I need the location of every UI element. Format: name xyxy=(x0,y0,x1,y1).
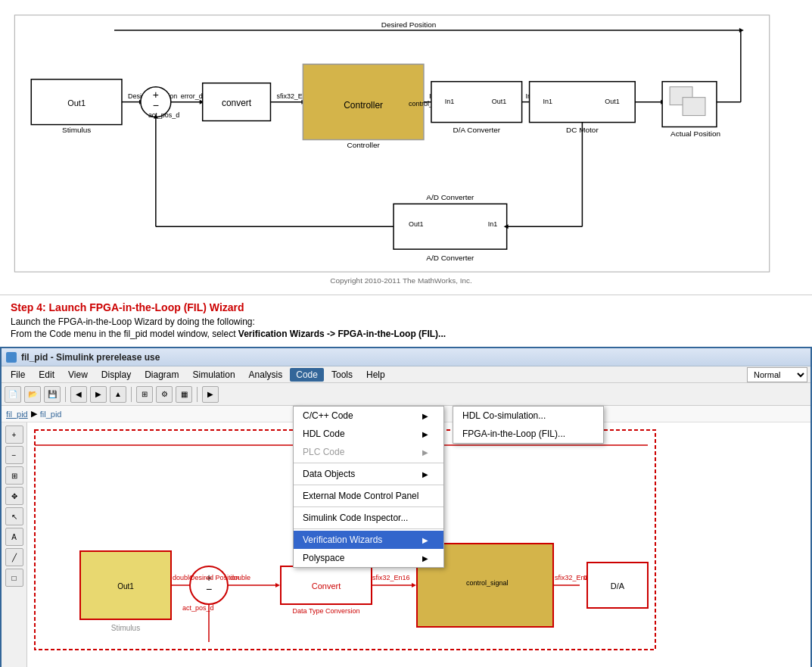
menu-external-mode[interactable]: External Mode Control Panel xyxy=(294,487,443,505)
toolbar-up-btn[interactable]: ▲ xyxy=(110,386,126,403)
toolbar-open-btn[interactable]: 📂 xyxy=(24,386,41,403)
svg-marker-77 xyxy=(275,583,280,588)
menu-help[interactable]: Help xyxy=(360,368,391,382)
toolbar: 📄 📂 💾 ◀ ▶ ▲ ⊞ ⚙ ▦ ▶ xyxy=(2,383,810,406)
menu-view[interactable]: View xyxy=(62,368,94,382)
svg-text:Convert: Convert xyxy=(312,581,341,591)
sidebar-text-btn[interactable]: A xyxy=(5,528,23,546)
menu-verification-wizards[interactable]: Verification Wizards ▶ xyxy=(294,531,443,549)
toolbar-zoom-in-btn[interactable]: ⊞ xyxy=(136,386,153,403)
menu-simulink-inspector[interactable]: Simulink Code Inspector... xyxy=(294,509,443,527)
svg-marker-2 xyxy=(739,28,744,33)
window-title: fil_pid - Simulink prerelease use xyxy=(21,352,160,363)
toolbar-forward-btn[interactable]: ▶ xyxy=(90,386,107,403)
svg-text:act_pos_d: act_pos_d xyxy=(148,111,179,119)
simulink-icon xyxy=(6,352,17,363)
svg-text:Stimulus: Stimulus xyxy=(62,126,91,134)
separator1 xyxy=(65,387,66,402)
simulation-mode-dropdown[interactable]: Normal xyxy=(747,367,807,382)
cpp-code-label: C/C++ Code xyxy=(303,410,353,421)
data-objects-arrow: ▶ xyxy=(422,470,428,478)
svg-text:Desired Position: Desired Position xyxy=(381,20,437,29)
separator2 xyxy=(131,387,132,402)
step4-line2-prefix: From the Code menu in the fil_pid model … xyxy=(11,329,238,339)
separator-4 xyxy=(294,528,443,529)
sidebar-block-btn[interactable]: □ xyxy=(5,569,23,587)
menu-edit[interactable]: Edit xyxy=(33,368,61,382)
breadcrumb-model[interactable]: fil_pid xyxy=(6,410,28,419)
separator-1 xyxy=(294,463,443,463)
svg-text:sfix32_En16: sfix32_En16 xyxy=(372,574,410,581)
toolbar-back-btn[interactable]: ◀ xyxy=(70,386,87,403)
menu-analysis[interactable]: Analysis xyxy=(243,368,289,382)
step4-title: Step 4: Launch FPGA-in-the-Loop (FIL) Wi… xyxy=(11,301,801,313)
top-diagram: Desired Position Out1 Stimulus Desired P… xyxy=(0,0,812,295)
svg-text:In1: In1 xyxy=(488,220,497,228)
svg-text:Out1: Out1 xyxy=(117,582,134,591)
data-objects-label: Data Objects xyxy=(303,469,355,479)
menu-cpp-code[interactable]: C/C++ Code ▶ xyxy=(294,407,443,425)
sidebar-fit-btn[interactable]: ⊞ xyxy=(5,466,23,485)
sidebar-select-btn[interactable]: ↖ xyxy=(5,507,23,525)
verification-arrow: ▶ xyxy=(422,536,428,544)
toolbar-grid-btn[interactable]: ▦ xyxy=(176,386,192,403)
svg-text:Out1: Out1 xyxy=(605,98,619,105)
svg-marker-84 xyxy=(412,583,416,588)
svg-text:Out1: Out1 xyxy=(492,98,506,105)
toolbar-new-btn[interactable]: 📄 xyxy=(5,386,21,403)
fpga-fil-label: FPGA-in-the-Loop (FIL)... xyxy=(462,429,565,439)
svg-text:double: double xyxy=(230,574,250,581)
svg-text:D/A Converter: D/A Converter xyxy=(453,126,500,134)
plc-code-label: PLC Code xyxy=(303,447,344,457)
step4-line2-bold: Verification Wizards -> FPGA-in-the-Loop… xyxy=(238,329,446,339)
svg-text:Controller: Controller xyxy=(347,141,381,149)
step4-line1: Launch the FPGA-in-the-Loop Wizard by do… xyxy=(11,316,801,327)
toolbar-save-btn[interactable]: 💾 xyxy=(44,386,61,403)
menu-hdl-cosim[interactable]: HDL Co-simulation... xyxy=(453,407,603,425)
menu-bar[interactable]: File Edit View Display Diagram Simulatio… xyxy=(2,366,810,383)
step4-line2: From the Code menu in the fil_pid model … xyxy=(11,329,801,339)
toolbar-run-btn[interactable]: ▶ xyxy=(202,386,219,403)
svg-text:D/A: D/A xyxy=(611,581,625,591)
svg-text:In1: In1 xyxy=(543,98,552,105)
sidebar-zoom-in-btn[interactable]: + xyxy=(5,425,23,444)
toolbar-settings-btn[interactable]: ⚙ xyxy=(156,386,173,403)
breadcrumb-sub[interactable]: fil_pid xyxy=(40,410,62,419)
svg-rect-59 xyxy=(14,15,769,272)
svg-text:error_d: error_d xyxy=(181,92,203,100)
menu-diagram[interactable]: Diagram xyxy=(138,368,185,382)
left-sidebar: + − ⊞ ✥ ↖ A ╱ □ xyxy=(2,422,27,667)
svg-text:Out1: Out1 xyxy=(409,220,423,228)
sidebar-pan-btn[interactable]: ✥ xyxy=(5,487,23,505)
code-dropdown-menu[interactable]: C/C++ Code ▶ HDL Code ▶ PLC Code ▶ Data … xyxy=(293,406,444,568)
svg-text:Controller: Controller xyxy=(344,100,383,111)
menu-file[interactable]: File xyxy=(5,368,31,382)
svg-text:Out1: Out1 xyxy=(67,98,86,108)
cpp-arrow: ▶ xyxy=(422,412,428,420)
menu-fpga-fil[interactable]: FPGA-in-the-Loop (FIL)... xyxy=(453,425,603,443)
menu-display[interactable]: Display xyxy=(95,368,137,382)
separator3 xyxy=(197,387,198,402)
svg-text:A/D Converter: A/D Converter xyxy=(426,254,474,262)
menu-polyspace[interactable]: Polyspace ▶ xyxy=(294,549,443,567)
separator-3 xyxy=(294,506,443,507)
menu-code[interactable]: Code xyxy=(290,368,324,382)
menu-simulation[interactable]: Simulation xyxy=(187,368,241,382)
polyspace-label: Polyspace xyxy=(303,553,344,563)
svg-rect-44 xyxy=(683,98,705,116)
svg-text:−: − xyxy=(153,99,159,111)
top-diagram-svg: Desired Position Out1 Stimulus Desired P… xyxy=(0,0,812,295)
menu-hdl-code[interactable]: HDL Code ▶ xyxy=(294,425,443,443)
svg-text:Stimulus: Stimulus xyxy=(111,624,140,632)
sidebar-zoom-out-btn[interactable]: − xyxy=(5,446,23,464)
step-text-area: Step 4: Launch FPGA-in-the-Loop (FIL) Wi… xyxy=(0,295,812,347)
polyspace-arrow: ▶ xyxy=(422,554,428,563)
svg-text:control_signal: control_signal xyxy=(466,579,509,587)
sidebar-line-btn[interactable]: ╱ xyxy=(5,548,23,566)
menu-data-objects[interactable]: Data Objects ▶ xyxy=(294,465,443,483)
svg-text:convert: convert xyxy=(222,98,252,108)
verification-submenu[interactable]: HDL Co-simulation... FPGA-in-the-Loop (F… xyxy=(453,406,604,444)
menu-tools[interactable]: Tools xyxy=(325,368,359,382)
svg-text:Copyright 2010-2011 The MathWo: Copyright 2010-2011 The MathWorks, Inc. xyxy=(330,276,471,285)
external-mode-label: External Mode Control Panel xyxy=(303,491,418,501)
